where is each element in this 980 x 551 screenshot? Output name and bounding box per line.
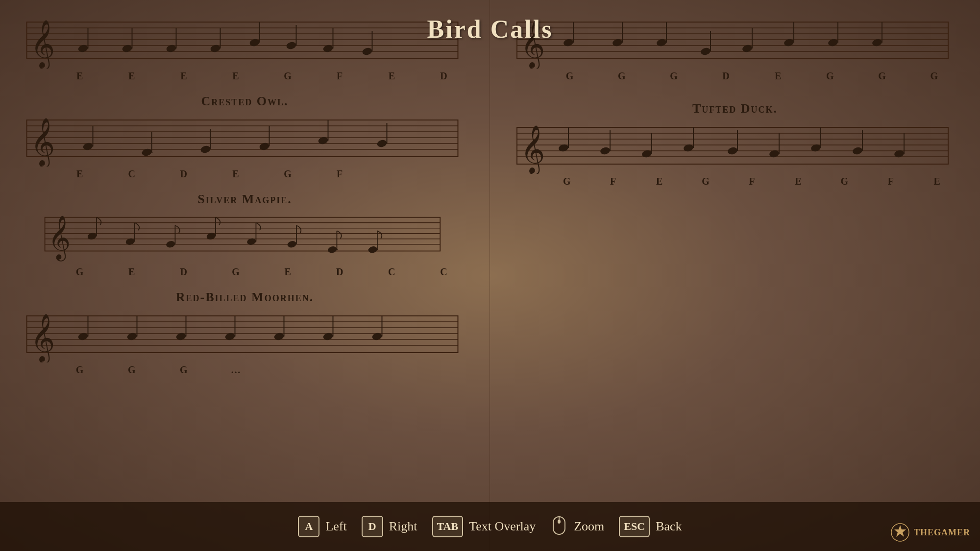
notes-letters-top-right: G G G D E G G G bbox=[510, 71, 960, 82]
svg-point-133 bbox=[852, 146, 863, 156]
staff-svg-tufted-duck: 𝄞 bbox=[510, 120, 960, 174]
section-silver-magpie: Silver Magpie. 𝄞 bbox=[20, 192, 470, 278]
svg-point-139 bbox=[558, 520, 561, 524]
mouse-icon bbox=[550, 516, 568, 537]
svg-text:𝄞: 𝄞 bbox=[30, 314, 55, 362]
section-tufted-duck: Tufted Duck. 𝄞 bbox=[510, 101, 960, 187]
svg-text:𝄞: 𝄞 bbox=[30, 20, 55, 69]
staff-svg-crested-owl: 𝄞 bbox=[20, 113, 470, 167]
svg-point-60 bbox=[287, 240, 297, 248]
key-group-right: D Right bbox=[362, 516, 417, 537]
key-group-text-overlay: TAB Text Overlay bbox=[432, 516, 536, 537]
key-group-zoom: Zoom bbox=[550, 516, 604, 537]
left-panel: 𝄞 bbox=[0, 0, 490, 551]
svg-marker-141 bbox=[894, 525, 906, 537]
key-d-label: Right bbox=[389, 519, 417, 534]
page-title: Bird Calls bbox=[427, 15, 553, 44]
section-crested-owl: Crested Owl. 𝄞 bbox=[20, 94, 470, 180]
silver-magpie-title: Silver Magpie. bbox=[20, 192, 470, 207]
staff-svg-top-left: 𝄞 bbox=[20, 15, 470, 69]
right-panel: 𝄞 bbox=[490, 0, 980, 551]
thegamer-icon bbox=[890, 523, 910, 542]
notes-letters-crested-owl: E C D E G F _ _ bbox=[20, 168, 470, 180]
svg-point-102 bbox=[700, 47, 711, 56]
thegamer-logo: THEGAMER bbox=[890, 523, 970, 542]
notes-letters-silver-magpie: G E D G E D C C bbox=[20, 266, 470, 278]
tufted-duck-title: Tufted Duck. bbox=[510, 101, 960, 116]
svg-point-35 bbox=[200, 145, 211, 154]
key-d[interactable]: D bbox=[362, 516, 383, 537]
svg-point-21 bbox=[362, 47, 373, 56]
section-red-billed-moorhen: Red-Billed Moorhen. 𝄞 bbox=[20, 290, 470, 376]
key-tab[interactable]: TAB bbox=[432, 516, 464, 537]
svg-point-17 bbox=[286, 41, 297, 50]
bottom-bar: A Left D Right TAB Text Overlay Zoom ESC… bbox=[0, 502, 980, 551]
svg-text:𝄞: 𝄞 bbox=[30, 118, 55, 167]
key-esc-label: Back bbox=[656, 519, 682, 534]
svg-text:𝄞: 𝄞 bbox=[520, 125, 545, 174]
section-top-right: 𝄞 bbox=[510, 15, 960, 82]
notes-letters-moorhen: G G G … _ _ _ _ bbox=[20, 364, 470, 376]
key-a-label: Left bbox=[325, 519, 346, 534]
svg-point-41 bbox=[376, 139, 388, 148]
notes-letters-tufted-duck: G F E G F E G F E bbox=[510, 176, 960, 187]
notes-letters-top-left: E E E E G F E D bbox=[20, 71, 470, 82]
key-group-left: A Left bbox=[298, 516, 346, 537]
key-a[interactable]: A bbox=[298, 516, 319, 537]
red-billed-moorhen-title: Red-Billed Moorhen. bbox=[20, 290, 470, 305]
svg-text:𝄞: 𝄞 bbox=[48, 216, 71, 262]
key-group-back: ESC Back bbox=[619, 516, 682, 537]
page-container: 𝄞 bbox=[0, 0, 980, 551]
crested-owl-title: Crested Owl. bbox=[20, 94, 470, 109]
svg-point-121 bbox=[600, 146, 611, 156]
section-top-left: 𝄞 bbox=[20, 15, 470, 82]
staff-svg-moorhen: 𝄞 bbox=[20, 309, 470, 362]
staff-svg-silver-magpie: 𝄞 bbox=[20, 211, 470, 264]
key-esc[interactable]: ESC bbox=[619, 516, 650, 537]
svg-point-127 bbox=[727, 146, 738, 156]
staff-svg-top-right: 𝄞 bbox=[510, 15, 960, 69]
svg-point-54 bbox=[166, 240, 176, 248]
thegamer-text: THEGAMER bbox=[914, 527, 970, 538]
key-mouse-label: Zoom bbox=[574, 519, 604, 534]
key-tab-label: Text Overlay bbox=[469, 519, 536, 534]
